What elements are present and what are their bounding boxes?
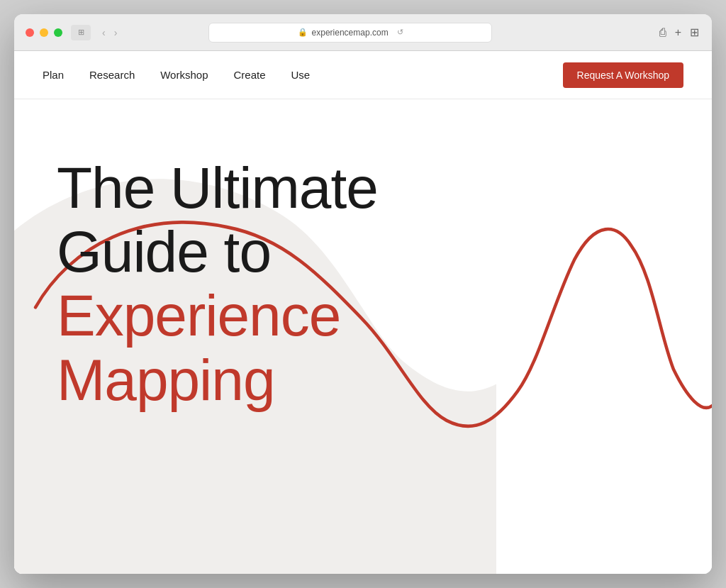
request-workshop-button[interactable]: Request A Workshop: [563, 62, 683, 88]
minimize-button[interactable]: [40, 28, 48, 37]
hero-line3: Experience: [57, 284, 378, 348]
browser-controls: ⊞: [71, 25, 91, 40]
traffic-lights: [26, 28, 62, 37]
browser-right-controls: ⎙ + ⊞: [658, 24, 700, 40]
hero-section: The Ultimate Guide to Experience Mapping: [14, 99, 712, 574]
nav-workshop[interactable]: Workshop: [160, 69, 208, 81]
navbar: Plan Research Workshop Create Use Reques…: [14, 51, 712, 99]
forward-button[interactable]: ›: [111, 26, 121, 40]
nav-use[interactable]: Use: [291, 69, 311, 81]
nav-research[interactable]: Research: [89, 69, 135, 81]
close-button[interactable]: [26, 28, 34, 37]
browser-window: ⊞ ‹ › 🔒 experiencemap.com ↺ ⎙ + ⊞ Plan R…: [14, 14, 712, 574]
new-tab-icon[interactable]: +: [674, 25, 683, 40]
maximize-button[interactable]: [54, 28, 62, 37]
hero-line2: Guide to: [57, 220, 378, 284]
nav-links: Plan Research Workshop Create Use: [43, 69, 563, 81]
page-content: Plan Research Workshop Create Use Reques…: [14, 51, 712, 574]
share-icon[interactable]: ⎙: [658, 25, 668, 40]
hero-line4: Mapping: [57, 348, 378, 412]
browser-chrome: ⊞ ‹ › 🔒 experiencemap.com ↺ ⎙ + ⊞: [14, 14, 712, 51]
lock-icon: 🔒: [298, 28, 308, 37]
nav-arrows: ‹ ›: [99, 26, 120, 40]
nav-create[interactable]: Create: [234, 69, 266, 81]
hero-line1: The Ultimate: [57, 156, 378, 220]
back-button[interactable]: ‹: [99, 26, 108, 40]
nav-plan[interactable]: Plan: [43, 69, 64, 81]
url-text: experiencemap.com: [312, 28, 389, 38]
hero-text: The Ultimate Guide to Experience Mapping: [57, 156, 378, 412]
sidebar-toggle[interactable]: ⊞: [71, 25, 91, 40]
refresh-icon: ↺: [397, 28, 403, 37]
address-bar[interactable]: 🔒 experiencemap.com ↺: [208, 23, 492, 43]
extensions-icon[interactable]: ⊞: [688, 24, 700, 40]
